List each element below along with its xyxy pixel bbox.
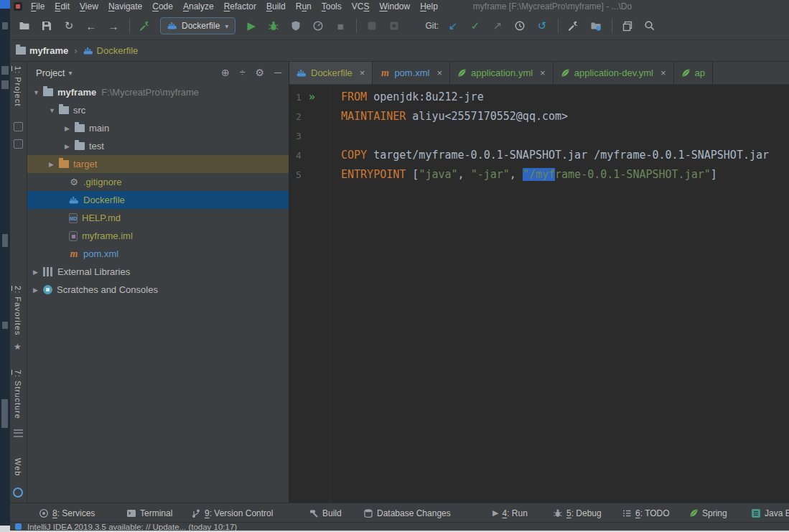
star-icon[interactable]: ★ <box>14 342 22 352</box>
tree-row-external-libraries[interactable]: ▶ External Libraries <box>27 263 289 281</box>
project-structure-icon[interactable] <box>587 17 604 34</box>
restore-window-icon[interactable] <box>619 17 636 34</box>
menu-vcs[interactable]: VCS <box>347 1 375 11</box>
run-button[interactable]: ▶ <box>243 17 260 34</box>
stripe-structure-button[interactable]: 7: Structure <box>14 370 22 419</box>
open-folder-icon[interactable] <box>16 17 33 34</box>
stripe-favorites-button[interactable]: 2: Favorites <box>14 286 22 335</box>
toolwindow-build[interactable]: Build <box>309 503 342 522</box>
code-editor[interactable]: 1 2 3 4 5 » FROM openjdk:8u212-jre MAINT… <box>289 85 789 503</box>
tab-application-dev-yml[interactable]: application-dev.yml × <box>554 62 674 84</box>
forward-icon[interactable]: → <box>105 17 122 34</box>
toolwindow-todo[interactable]: 6: TODO <box>622 503 670 522</box>
toolwindow-version-control[interactable]: 9: Version Control <box>191 503 273 522</box>
settings-gear-icon[interactable]: ⚙ <box>256 67 265 78</box>
profiler-icon[interactable] <box>309 17 327 34</box>
tree-row-help-md[interactable]: MD HELP.md <box>27 209 289 227</box>
disabled-action-icon[interactable] <box>386 17 403 34</box>
tab-application-yml[interactable]: application.yml × <box>450 62 554 84</box>
toolwindow-services[interactable]: 8: Services <box>39 503 95 522</box>
hide-panel-icon[interactable]: ─ <box>274 67 281 78</box>
expand-arrow-icon[interactable]: ▶ <box>65 143 75 150</box>
close-icon[interactable]: × <box>660 67 666 78</box>
toolwindow-spring[interactable]: Spring <box>689 503 727 522</box>
toolwindow-java-ee[interactable]: Java E <box>751 503 789 522</box>
git-push-icon[interactable]: ↗ <box>489 17 506 34</box>
disabled-action-icon[interactable] <box>363 17 381 34</box>
menu-refactor[interactable]: Refactor <box>219 1 261 11</box>
git-update-icon[interactable]: ↙ <box>444 17 462 34</box>
collapse-all-icon[interactable]: ÷ <box>240 67 246 78</box>
code-line-5[interactable]: ENTRYPOINT ["java", "-jar", "/myframe-0.… <box>341 165 717 185</box>
notification-icon[interactable] <box>15 523 22 530</box>
chevron-down-icon[interactable]: ▾ <box>68 69 72 77</box>
close-icon[interactable]: × <box>437 67 443 78</box>
close-icon[interactable]: × <box>540 67 546 78</box>
menu-file[interactable]: File <box>26 1 50 11</box>
tree-row-test[interactable]: ▶ test <box>27 137 289 155</box>
tab-dockerfile[interactable]: Dockerfile × <box>289 62 373 84</box>
globe-icon[interactable] <box>13 487 23 498</box>
locate-file-icon[interactable]: ⊕ <box>221 67 230 78</box>
menu-edit[interactable]: Edit <box>50 1 75 11</box>
breadcrumb-file[interactable]: Dockerfile <box>83 45 139 56</box>
menu-tools[interactable]: Tools <box>317 1 347 11</box>
code-line-1[interactable]: FROM openjdk:8u212-jre <box>341 88 484 107</box>
search-icon[interactable] <box>641 17 658 34</box>
toolwindow-terminal[interactable]: Terminal <box>126 503 172 522</box>
settings-wrench-icon[interactable] <box>565 17 582 34</box>
menu-help[interactable]: Help <box>415 1 443 11</box>
tree-row-scratches[interactable]: ▶ Scratches and Consoles <box>27 281 289 299</box>
toolwindow-database-changes[interactable]: Database Changes <box>363 503 451 522</box>
back-icon[interactable]: ← <box>83 17 100 34</box>
code-line-4[interactable]: COPY target/myframe-0.0.1-SNAPSHOT.jar /… <box>341 146 769 165</box>
tree-row-src[interactable]: ▼ src <box>27 101 289 119</box>
menu-view[interactable]: View <box>75 1 103 11</box>
tree-row-myframe-iml[interactable]: myframe.iml <box>27 227 289 245</box>
sync-icon[interactable]: ↻ <box>60 17 78 34</box>
stripe-icon[interactable] <box>14 122 23 131</box>
breadcrumb-module[interactable]: myframe <box>16 45 68 56</box>
tree-row-myframe[interactable]: ▼ myframe F:\MycreatPro\myframe <box>27 83 289 101</box>
debug-button[interactable] <box>265 17 282 34</box>
code-line-2[interactable]: MAINTAINER aliyu<2557170552@qq.com> <box>341 107 568 126</box>
stripe-web-button[interactable]: Web <box>14 458 22 476</box>
toolwindow-run[interactable]: ▶ 4: Run <box>492 503 528 522</box>
expand-arrow-icon[interactable]: ▶ <box>33 269 43 276</box>
stop-button[interactable]: ■ <box>332 17 349 34</box>
rollback-icon[interactable]: ↺ <box>533 17 551 34</box>
markdown-file-icon: MD <box>69 213 78 223</box>
coverage-icon[interactable] <box>287 17 304 34</box>
history-icon[interactable] <box>511 17 528 34</box>
build-wrench-icon[interactable] <box>136 17 154 34</box>
expand-arrow-icon[interactable]: ▼ <box>33 89 43 96</box>
expand-arrow-icon[interactable]: ▼ <box>49 107 59 114</box>
git-commit-icon[interactable]: ✓ <box>467 17 484 34</box>
tree-row-pom-xml[interactable]: m pom.xml <box>27 245 289 263</box>
project-panel-title[interactable]: Project <box>36 67 65 78</box>
tree-row-gitignore[interactable]: ⚙ .gitignore <box>27 173 289 191</box>
tab-pom-xml[interactable]: m pom.xml × <box>373 62 450 84</box>
tab-partial[interactable]: ap <box>674 62 713 84</box>
tree-row-target[interactable]: ▶ target <box>27 155 289 173</box>
status-message[interactable]: IntelliJ IDEA 2019.3.5 available: // Upd… <box>27 523 237 531</box>
run-configuration-select[interactable]: Dockerfile ▾ <box>160 17 235 34</box>
menu-window[interactable]: Window <box>374 1 415 11</box>
tree-row-dockerfile[interactable]: Dockerfile <box>27 191 289 209</box>
stripe-project-button[interactable]: 1: Project <box>14 66 22 106</box>
stripe-icon[interactable] <box>14 139 23 149</box>
menu-code[interactable]: Code <box>147 1 178 11</box>
tree-row-main[interactable]: ▶ main <box>27 119 289 137</box>
expand-arrow-icon[interactable]: ▶ <box>65 125 75 132</box>
menu-navigate[interactable]: Navigate <box>103 1 147 11</box>
run-line-icon[interactable]: » <box>309 88 315 107</box>
close-icon[interactable]: × <box>360 67 365 78</box>
menu-run[interactable]: Run <box>291 1 317 11</box>
structure-icon[interactable] <box>14 429 23 437</box>
menu-build[interactable]: Build <box>261 1 291 11</box>
save-icon[interactable] <box>38 17 55 34</box>
expand-arrow-icon[interactable]: ▶ <box>49 161 59 168</box>
expand-arrow-icon[interactable]: ▶ <box>33 286 43 294</box>
toolwindow-debug[interactable]: 5: Debug <box>553 503 602 522</box>
menu-analyze[interactable]: Analyze <box>178 1 219 11</box>
